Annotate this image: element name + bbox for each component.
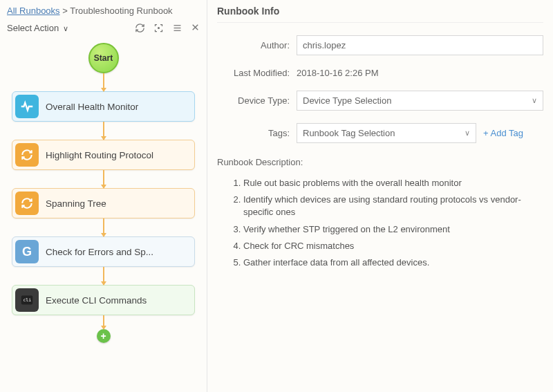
flow-canvas: Start Overall Health Monitor Highlight R… bbox=[0, 37, 207, 392]
step-execute-cli-commands[interactable]: cli Execute CLI Commands bbox=[12, 285, 195, 315]
select-action-label: Select Action bbox=[7, 23, 59, 33]
step-label: Execute CLI Commands bbox=[46, 295, 147, 306]
breadcrumb: All Runbooks > Troubleshooting Runbook bbox=[0, 0, 207, 19]
step-label: Spanning Tree bbox=[46, 198, 106, 209]
step-label: Check for Errors and Sp... bbox=[46, 247, 153, 257]
device-type-placeholder: Device Type Selection bbox=[303, 95, 391, 106]
flow-connector bbox=[103, 218, 104, 236]
device-type-select[interactable]: Device Type Selection ∨ bbox=[297, 91, 543, 111]
description-item: Verify whether STP triggered on the L2 e… bbox=[243, 223, 543, 236]
runbook-description-label: Runbook Description: bbox=[217, 157, 543, 167]
last-modified-value: 2018-10-16 2:26 PM bbox=[297, 68, 379, 78]
cli-icon: cli bbox=[15, 288, 39, 312]
device-type-label: Device Type: bbox=[217, 95, 297, 106]
breadcrumb-root-link[interactable]: All Runbooks bbox=[7, 6, 60, 16]
start-node[interactable]: Start bbox=[88, 43, 119, 73]
svg-text:cli: cli bbox=[24, 297, 32, 303]
runbook-description-list: Rule out basic problems with the overall… bbox=[243, 177, 543, 269]
step-label: Overall Health Monitor bbox=[46, 102, 138, 112]
panel-title: Runbook Info bbox=[217, 0, 543, 23]
add-step-button[interactable]: + bbox=[97, 329, 111, 343]
flow-connector bbox=[103, 73, 104, 91]
flow-connector bbox=[103, 267, 104, 285]
focus-icon[interactable] bbox=[153, 23, 164, 33]
tags-select[interactable]: Runbook Tag Selection ∨ bbox=[297, 123, 476, 143]
description-item: Check for CRC mismatches bbox=[243, 240, 543, 252]
close-icon[interactable] bbox=[191, 23, 200, 33]
refresh-icon[interactable] bbox=[135, 23, 145, 33]
author-label: Author: bbox=[217, 40, 297, 50]
chevron-down-icon: ∨ bbox=[465, 129, 470, 138]
step-highlight-routing-protocol[interactable]: Highlight Routing Protocol bbox=[12, 140, 195, 170]
flow-connector bbox=[103, 315, 104, 329]
chevron-down-icon: ∨ bbox=[63, 24, 68, 32]
chevron-down-icon: ∨ bbox=[532, 96, 537, 105]
svg-point-0 bbox=[158, 28, 160, 29]
start-node-label: Start bbox=[94, 53, 113, 63]
refresh-icon bbox=[15, 143, 39, 167]
author-input[interactable] bbox=[297, 35, 543, 55]
step-check-for-errors[interactable]: G Check for Errors and Sp... bbox=[12, 236, 195, 267]
description-item: Gather interface data from all affected … bbox=[243, 256, 543, 269]
step-label: Highlight Routing Protocol bbox=[46, 150, 153, 160]
g-icon: G bbox=[15, 240, 39, 263]
description-item: Identify which devices are using standar… bbox=[243, 194, 543, 218]
pulse-icon bbox=[15, 95, 39, 118]
add-tag-link[interactable]: + Add Tag bbox=[483, 128, 523, 138]
breadcrumb-current: Troubleshooting Runbook bbox=[70, 6, 172, 16]
step-overall-health-monitor[interactable]: Overall Health Monitor bbox=[12, 91, 195, 122]
breadcrumb-separator: > bbox=[62, 6, 68, 16]
list-icon[interactable] bbox=[172, 23, 182, 33]
tags-label: Tags: bbox=[217, 128, 297, 138]
description-item: Rule out basic problems with the overall… bbox=[243, 177, 543, 189]
step-spanning-tree[interactable]: Spanning Tree bbox=[12, 188, 195, 218]
refresh-icon bbox=[15, 192, 39, 215]
last-modified-label: Last Modified: bbox=[217, 68, 297, 78]
select-action-dropdown[interactable]: Select Action ∨ bbox=[7, 23, 68, 33]
tags-placeholder: Runbook Tag Selection bbox=[303, 128, 395, 138]
flow-connector bbox=[103, 122, 104, 140]
flow-connector bbox=[103, 170, 104, 188]
